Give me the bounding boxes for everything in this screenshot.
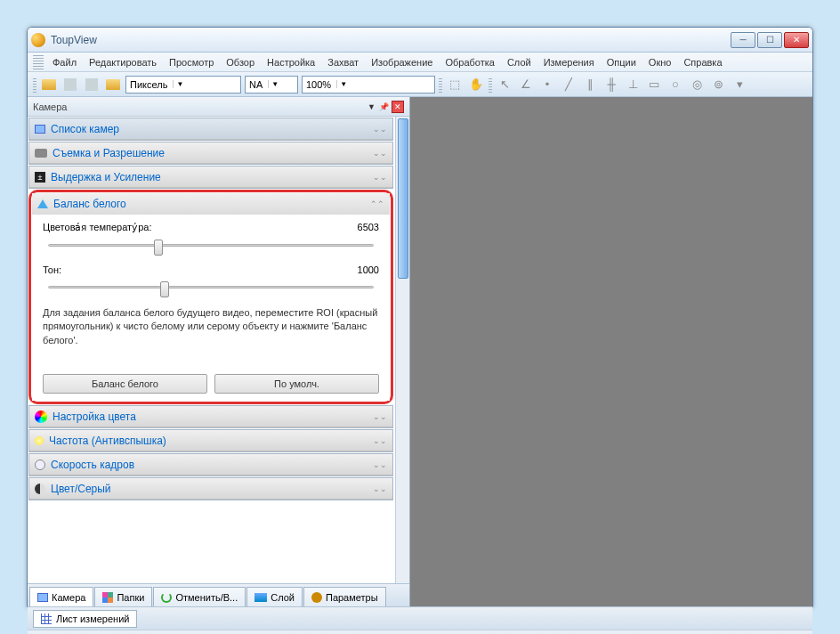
open-button[interactable] [40,76,58,93]
default-button[interactable]: По умолч. [214,374,379,394]
tab-camera[interactable]: Камера [29,587,93,606]
menu-image[interactable]: Изображение [366,54,438,70]
menu-help[interactable]: Справка [678,54,727,70]
save-button[interactable] [61,76,79,93]
pointer-button[interactable]: ↖ [496,76,513,93]
window-title: ToupView [51,34,731,46]
acc-exposure[interactable]: ±Выдержка и Усиление⌄⌄ [29,167,392,188]
panel-scrollbar[interactable] [395,117,409,583]
perp-button[interactable]: ⊥ [624,76,642,93]
menu-view[interactable]: Просмотр [164,54,219,70]
menu-setup[interactable]: Настройка [262,54,320,70]
unit-value: Пиксель [130,79,167,90]
acc-frequency[interactable]: Частота (Антивспышка)⌄⌄ [29,430,392,451]
track-button[interactable]: ⬚ [446,76,464,93]
chevrons-down-icon: ⌄⌄ [373,125,387,134]
tab-undo[interactable]: Отменить/В... [153,587,246,606]
white-balance-button[interactable]: Баланс белого [43,374,207,394]
acc-white-balance[interactable]: Баланс белого ⌃⌃ [32,193,390,215]
chevrons-down-icon: ⌄⌄ [373,484,387,493]
zoom-select[interactable]: 100%▼ [302,76,435,93]
tab-label: Камера [52,592,85,603]
rect-button[interactable]: ▭ [645,76,663,93]
acc-label: Настройка цвета [52,410,136,423]
toolbar-grip[interactable] [33,77,36,93]
folder-open-icon [42,79,56,90]
half-circle-icon [35,484,45,494]
tab-layer[interactable]: Слой [246,587,303,606]
panel-caption: Камера ▼ 📌 ✕ [28,97,409,117]
panel-close-button[interactable]: ✕ [392,101,404,113]
prism-icon [37,199,48,208]
browse-button[interactable] [104,76,122,93]
menu-browse[interactable]: Обзор [221,54,260,70]
statusbar: ToupView ⋰ [28,630,812,634]
tab-measurements[interactable]: Лист измерений [33,610,137,628]
chevrons-up-icon: ⌃⌃ [370,199,384,208]
titlebar[interactable]: ToupView ─ ☐ ✕ [28,28,812,53]
chevrons-down-icon: ⌄⌄ [373,460,387,469]
toolbar-grip2[interactable] [439,77,442,93]
circle-button[interactable]: ○ [666,76,684,93]
tone-value: 1000 [358,264,379,275]
ring-button[interactable]: ⊚ [709,76,727,93]
chevron-down-icon: ▼ [336,80,347,88]
maximize-button[interactable]: ☐ [757,32,782,48]
minimize-button[interactable]: ─ [731,32,755,48]
chevrons-down-icon: ⌄⌄ [373,436,387,445]
point-button[interactable]: • [538,76,556,93]
menu-edit[interactable]: Редактировать [84,54,162,70]
gear-icon [311,592,322,603]
tab-label: Слой [271,592,295,603]
tab-folders[interactable]: Папки [94,587,152,606]
na-value: NA [249,79,262,90]
circle2-button[interactable]: ◎ [688,76,706,93]
temperature-slider[interactable] [43,236,379,254]
acc-color[interactable]: Настройка цвета⌄⌄ [29,406,392,427]
chevrons-down-icon: ⌄⌄ [373,173,387,182]
doubleline-button[interactable]: ╫ [602,76,620,93]
acc-speed[interactable]: Скорость кадров⌄⌄ [29,454,392,476]
acc-label: Частота (Антивспышка) [49,435,166,447]
acc-label: Выдержка и Усиление [51,171,161,183]
acc-gray[interactable]: Цвет/Серый⌄⌄ [29,478,392,500]
menu-capture[interactable]: Захват [322,54,364,70]
app-icon [31,33,45,47]
folders-icon [102,592,113,603]
menu-measure[interactable]: Измерения [538,54,600,70]
chevrons-down-icon: ⌄⌄ [373,149,387,158]
tab-params[interactable]: Параметры [303,587,386,606]
panel-menu-button[interactable]: ▼ [368,102,376,111]
line-button[interactable]: ╱ [560,76,578,93]
toolbar-grip3[interactable] [489,77,492,93]
tab-label: Параметры [326,592,378,603]
quicksave-button[interactable] [83,76,101,93]
angle-button[interactable]: ∠ [517,76,535,93]
parallel-button[interactable]: ∥ [581,76,599,93]
na-select[interactable]: NA▼ [245,76,298,93]
tab-label: Отменить/В... [175,592,238,603]
tone-slider[interactable] [43,278,379,296]
acc-camera-list[interactable]: Список камер⌄⌄ [29,118,392,140]
bulb-icon [35,436,44,445]
chevron-down-icon: ▼ [173,80,183,88]
wb-help-text: Для задания баланса белого будущего виде… [43,306,379,347]
highlight-box: Баланс белого ⌃⌃ Цветова́я температу́ра:… [28,190,393,404]
menu-window[interactable]: Окно [643,54,677,70]
unit-select[interactable]: Пиксель▼ [125,76,241,93]
menu-layer[interactable]: Слой [502,54,537,70]
temperature-value: 6503 [358,222,379,233]
close-button[interactable]: ✕ [784,32,809,48]
acc-capture[interactable]: Съемка и Разрешение⌄⌄ [29,142,392,164]
grid-icon [41,614,52,624]
more-button[interactable]: ▾ [731,76,748,93]
scrollbar-thumb[interactable] [398,118,408,279]
tone-label: Тон: [43,264,61,275]
menubar-grip[interactable] [33,55,44,69]
exposure-icon: ± [35,172,45,183]
hand-button[interactable]: ✋ [467,76,485,93]
menu-file[interactable]: Файл [47,54,82,70]
panel-pin-button[interactable]: 📌 [379,102,389,111]
menu-options[interactable]: Опции [602,54,642,70]
menu-process[interactable]: Обработка [440,54,499,70]
